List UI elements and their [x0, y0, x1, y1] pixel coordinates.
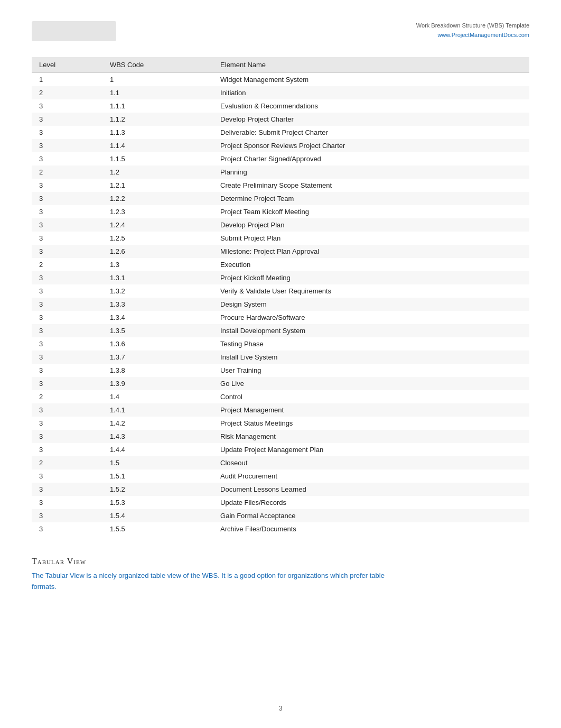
- logo-area: [32, 21, 116, 41]
- cell-element-name: Control: [213, 390, 529, 403]
- cell-wbs-code: 1.2: [102, 165, 213, 179]
- cell-level: 3: [32, 337, 102, 351]
- cell-level: 3: [32, 496, 102, 509]
- cell-level: 2: [32, 258, 102, 271]
- cell-element-name: Submit Project Plan: [213, 232, 529, 245]
- cell-element-name: Determine Project Team: [213, 192, 529, 205]
- cell-level: 3: [32, 113, 102, 126]
- cell-element-name: Develop Project Charter: [213, 113, 529, 126]
- table-row: 31.3.4Procure Hardware/Software: [32, 311, 529, 324]
- cell-wbs-code: 1.1: [102, 86, 213, 99]
- cell-wbs-code: 1.5: [102, 456, 213, 469]
- cell-wbs-code: 1.4.3: [102, 430, 213, 443]
- cell-element-name: Procure Hardware/Software: [213, 311, 529, 324]
- page-number: 3: [279, 705, 283, 712]
- page-header: Work Breakdown Structure (WBS) Template …: [32, 21, 529, 41]
- cell-element-name: Audit Procurement: [213, 469, 529, 483]
- cell-level: 3: [32, 483, 102, 496]
- cell-wbs-code: 1.3.1: [102, 271, 213, 284]
- cell-level: 3: [32, 284, 102, 298]
- cell-element-name: Widget Management System: [213, 73, 529, 87]
- cell-element-name: Install Live System: [213, 351, 529, 364]
- table-row: 31.3.7Install Live System: [32, 351, 529, 364]
- cell-element-name: Risk Management: [213, 430, 529, 443]
- cell-wbs-code: 1.4.1: [102, 403, 213, 417]
- cell-level: 2: [32, 456, 102, 469]
- table-row: 31.4.4Update Project Management Plan: [32, 443, 529, 456]
- cell-level: 2: [32, 390, 102, 403]
- cell-level: 3: [32, 311, 102, 324]
- col-element-name: Element Name: [213, 57, 529, 73]
- wbs-table: Level WBS Code Element Name 11Widget Man…: [32, 57, 529, 536]
- table-row: 21.3Execution: [32, 258, 529, 271]
- cell-level: 3: [32, 152, 102, 165]
- cell-wbs-code: 1.5.1: [102, 469, 213, 483]
- cell-level: 3: [32, 509, 102, 522]
- table-row: 31.4.1Project Management: [32, 403, 529, 417]
- cell-wbs-code: 1.2.5: [102, 232, 213, 245]
- tabular-view-section: Tabular View The Tabular View is a nicel…: [32, 557, 529, 593]
- cell-level: 3: [32, 205, 102, 218]
- table-body: 11Widget Management System21.1Initiation…: [32, 73, 529, 536]
- cell-wbs-code: 1.2.2: [102, 192, 213, 205]
- cell-wbs-code: 1.2.6: [102, 245, 213, 258]
- cell-element-name: Design System: [213, 298, 529, 311]
- cell-wbs-code: 1.2.4: [102, 218, 213, 232]
- cell-element-name: Document Lessons Learned: [213, 483, 529, 496]
- table-row: 31.2.2Determine Project Team: [32, 192, 529, 205]
- tabular-view-description: The Tabular View is a nicely organized t…: [32, 570, 401, 593]
- cell-wbs-code: 1.5.3: [102, 496, 213, 509]
- table-row: 31.1.3Deliverable: Submit Project Charte…: [32, 126, 529, 139]
- table-row: 31.1.5Project Charter Signed/Approved: [32, 152, 529, 165]
- table-row: 11Widget Management System: [32, 73, 529, 87]
- cell-level: 3: [32, 218, 102, 232]
- cell-element-name: Testing Phase: [213, 337, 529, 351]
- cell-level: 3: [32, 232, 102, 245]
- cell-wbs-code: 1.2.3: [102, 205, 213, 218]
- table-row: 31.2.5Submit Project Plan: [32, 232, 529, 245]
- cell-element-name: Install Development System: [213, 324, 529, 337]
- cell-wbs-code: 1.5.5: [102, 522, 213, 536]
- cell-element-name: Project Team Kickoff Meeting: [213, 205, 529, 218]
- table-row: 31.1.2Develop Project Charter: [32, 113, 529, 126]
- header-website: www.ProjectManagementDocs.com: [416, 31, 529, 40]
- cell-wbs-code: 1.3.9: [102, 377, 213, 390]
- cell-element-name: Evaluation & Recommendations: [213, 99, 529, 113]
- table-row: 21.5Closeout: [32, 456, 529, 469]
- cell-wbs-code: 1.3.8: [102, 364, 213, 377]
- table-row: 31.3.8User Training: [32, 364, 529, 377]
- cell-level: 3: [32, 469, 102, 483]
- table-row: 31.3.2Verify & Validate User Requirement…: [32, 284, 529, 298]
- table-row: 21.2Planning: [32, 165, 529, 179]
- table-row: 31.3.9Go Live: [32, 377, 529, 390]
- cell-level: 3: [32, 377, 102, 390]
- cell-element-name: Archive Files/Documents: [213, 522, 529, 536]
- tabular-view-title: Tabular View: [32, 557, 529, 566]
- cell-element-name: Project Status Meetings: [213, 417, 529, 430]
- cell-level: 3: [32, 126, 102, 139]
- cell-wbs-code: 1.4.2: [102, 417, 213, 430]
- cell-wbs-code: 1.2.1: [102, 179, 213, 192]
- cell-element-name: Update Project Management Plan: [213, 443, 529, 456]
- cell-wbs-code: 1.4: [102, 390, 213, 403]
- cell-element-name: Planning: [213, 165, 529, 179]
- cell-wbs-code: 1: [102, 73, 213, 87]
- header-template-label: Work Breakdown Structure (WBS) Template: [416, 21, 529, 31]
- cell-element-name: Verify & Validate User Requirements: [213, 284, 529, 298]
- cell-level: 1: [32, 73, 102, 87]
- table-row: 31.4.3Risk Management: [32, 430, 529, 443]
- cell-element-name: User Training: [213, 364, 529, 377]
- cell-element-name: Deliverable: Submit Project Charter: [213, 126, 529, 139]
- table-row: 31.2.6Milestone: Project Plan Approval: [32, 245, 529, 258]
- table-row: 31.2.1Create Preliminary Scope Statement: [32, 179, 529, 192]
- table-header: Level WBS Code Element Name: [32, 57, 529, 73]
- cell-level: 3: [32, 139, 102, 152]
- table-row: 31.3.3Design System: [32, 298, 529, 311]
- header-website-link[interactable]: www.ProjectManagementDocs.com: [437, 32, 529, 38]
- table-row: 31.5.5Archive Files/Documents: [32, 522, 529, 536]
- table-row: 31.5.3Update Files/Records: [32, 496, 529, 509]
- table-row: 31.5.2Document Lessons Learned: [32, 483, 529, 496]
- table-row: 31.1.4Project Sponsor Reviews Project Ch…: [32, 139, 529, 152]
- table-row: 31.5.1Audit Procurement: [32, 469, 529, 483]
- cell-level: 3: [32, 179, 102, 192]
